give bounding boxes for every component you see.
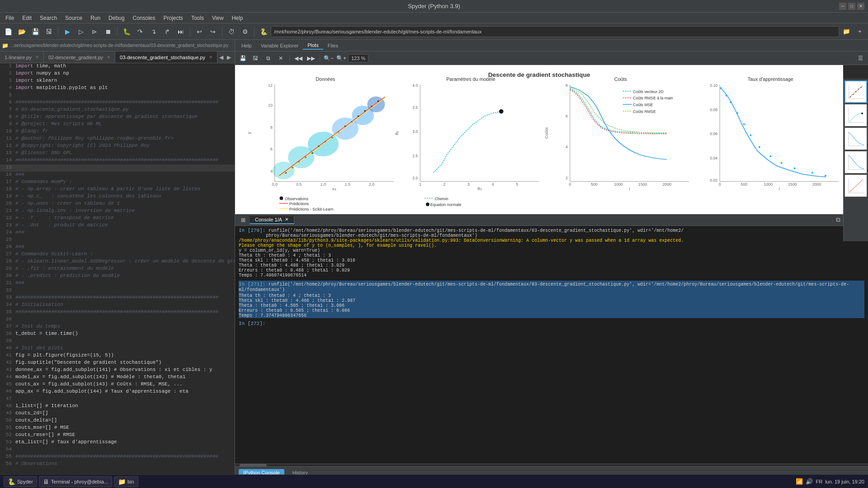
code-line-34: 34# Initialisation [0, 302, 235, 309]
svg-rect-115 [845, 128, 867, 150]
thumb-1[interactable] [844, 80, 867, 103]
path-browse-button[interactable]: 📁 [840, 25, 853, 38]
close-stochastique[interactable]: ✕ [209, 55, 212, 60]
taskbar-item-spyder[interactable]: 🐍 Spyder [4, 476, 37, 487]
next-button[interactable]: ↷ [134, 25, 146, 38]
plot-prev[interactable]: ◀◀ [292, 53, 304, 64]
code-line-11: 11# @author: Philippe Roy <philippe.roy@… [0, 136, 235, 143]
console-scrollbar-thumb[interactable] [240, 464, 267, 467]
path-input[interactable] [271, 26, 839, 37]
code-line-25: 25 [0, 237, 235, 244]
thumb-4[interactable] [844, 151, 867, 174]
thumb-2[interactable] [844, 104, 867, 127]
debug-button[interactable]: 🐛 [120, 25, 133, 38]
save-button[interactable]: 💾 [29, 25, 42, 38]
plot-next[interactable]: ▶▶ [305, 53, 317, 64]
plot-save2[interactable]: 🖫 [250, 53, 261, 64]
thumb-5[interactable] [844, 174, 867, 197]
svg-text:3: 3 [467, 182, 470, 187]
menu-source[interactable]: Source [61, 14, 86, 22]
plot-save[interactable]: 💾 [237, 53, 249, 64]
run-cell-button[interactable]: ▷ [75, 25, 87, 38]
subplot3-xlabel: i [629, 186, 630, 191]
terminal-icon: 🖥 [43, 478, 49, 485]
code-line-4: 4import matplotlib.pyplot as plt [0, 85, 235, 92]
undo-button[interactable]: ↩ [193, 25, 206, 38]
code-line-47: 47 [0, 396, 235, 403]
new-file-button[interactable]: 📄 [2, 25, 14, 38]
settings-button[interactable]: ⚙ [239, 25, 251, 38]
code-line-52: 52couts_rmse=[] # RMSE [0, 432, 235, 439]
tab-files[interactable]: Files [323, 42, 343, 49]
plot-delete[interactable]: ✕ [275, 53, 287, 64]
network-icon[interactable]: 📶 [796, 478, 803, 485]
menu-search[interactable]: Search [36, 14, 61, 22]
menu-edit[interactable]: Edit [19, 14, 35, 22]
close-console[interactable]: ✕ [285, 217, 288, 222]
menu-projects[interactable]: Projects [160, 14, 187, 22]
svg-point-114 [861, 113, 863, 114]
tab-descente-gradient[interactable]: 02-descente_gradient.py ✕ [44, 52, 115, 63]
taskbar-item-bin[interactable]: 📁 bin [114, 476, 138, 487]
svg-text:2.0: 2.0 [369, 182, 374, 187]
path-add-button[interactable]: + [854, 25, 866, 38]
plot-menu[interactable]: ☰ [854, 53, 866, 64]
open-file-button[interactable]: 📂 [15, 25, 28, 38]
tab-options[interactable]: ☰ [233, 54, 235, 61]
menu-tools[interactable]: Tools [188, 14, 208, 22]
close-button[interactable]: ✕ [857, 3, 864, 10]
minimize-button[interactable]: ─ [839, 3, 846, 10]
tab-stochastique[interactable]: 03-descente_gradient_stochastique.py ✕ [115, 52, 217, 63]
volume-icon[interactable]: 🔊 [806, 478, 813, 485]
svg-text:Prédictions: Prédictions [289, 202, 309, 206]
console-tab-row: ⊞ Console 1/A ✕ ⧉ ⏹ ☰ [235, 216, 868, 224]
menu-view[interactable]: View [208, 14, 227, 22]
continue-button[interactable]: ⏭ [175, 25, 187, 38]
close-descente-gradient[interactable]: ✕ [107, 55, 110, 60]
console-cmd-270: runfile('/mnt/home2/phroy/Bureau/serious… [269, 228, 684, 233]
console-panel-icon[interactable]: ⊞ [237, 217, 250, 223]
console-tab-1[interactable]: Console 1/A ✕ [250, 216, 294, 224]
history-button[interactable]: ⏱ [225, 25, 238, 38]
step-in-button[interactable]: ↴ [147, 25, 160, 38]
menu-consoles[interactable]: Consoles [129, 14, 159, 22]
menu-help[interactable]: Help [228, 14, 247, 22]
code-line-44: 44model_ax = fig.add_subplot(142) # Modè… [0, 374, 235, 381]
python-button[interactable]: 🐍 [257, 25, 270, 38]
step-over-button[interactable]: ↱ [161, 25, 174, 38]
tab-variable-explorer[interactable]: Variable Explorer [256, 42, 303, 49]
thumb-3[interactable] [844, 127, 867, 150]
main-area: 📁 ...seriousgames/blender-edutech/git/me… [0, 40, 868, 478]
code-editor[interactable]: 1import time, math2import numpy as np3im… [0, 63, 235, 474]
plot-copy[interactable]: ⧉ [262, 53, 274, 64]
tab-help[interactable]: Help [237, 42, 256, 49]
console-copy[interactable]: ⧉ [833, 216, 843, 224]
close-lineaire[interactable]: ✕ [35, 55, 39, 60]
maximize-button[interactable]: □ [848, 3, 855, 10]
run-button[interactable]: ▶ [61, 25, 74, 38]
tab-lineaire[interactable]: 1-lineaire.py ✕ [0, 52, 44, 63]
taskbar-clock: lun. 19 juin, 19:20 [825, 479, 864, 484]
stop-button[interactable]: ⏹ [102, 25, 114, 38]
svg-text:Coûts vecteur 2D: Coûts vecteur 2D [633, 89, 664, 94]
redo-button[interactable]: ↪ [207, 25, 219, 38]
taskbar-label-spyder: Spyder [17, 479, 33, 484]
plot-zoom-in[interactable]: 🔍+ [335, 53, 347, 64]
svg-point-108 [855, 91, 856, 92]
plot-zoom-out[interactable]: 🔍− [323, 53, 335, 64]
console-scrollbar[interactable] [235, 464, 868, 466]
menu-run[interactable]: Run [87, 14, 104, 22]
save-all-button[interactable]: 🖫 [42, 25, 55, 38]
tab-plots[interactable]: Plots [303, 42, 323, 50]
tab-nav-prev[interactable]: ◀ [217, 54, 225, 61]
run-selection-button[interactable]: ⊳ [88, 25, 101, 38]
menu-bar: File Edit Search Source Run Debug Consol… [0, 13, 868, 23]
taskbar-item-terminal[interactable]: 🖥 Terminal - phroy@debia... [39, 476, 112, 487]
console-output[interactable]: In [270]: runfile('/mnt/home2/phroy/Bure… [235, 226, 868, 464]
code-line-16: 16### [0, 172, 235, 179]
menu-file[interactable]: File [2, 14, 18, 22]
subplot2-ylabel: θ₁ [394, 131, 399, 135]
menu-debug[interactable]: Debug [105, 14, 128, 22]
console-data-270-0: Theta th : theta0 : 4 ; theta1 : 3 [239, 253, 864, 258]
tab-nav-next[interactable]: ▶ [225, 54, 233, 61]
